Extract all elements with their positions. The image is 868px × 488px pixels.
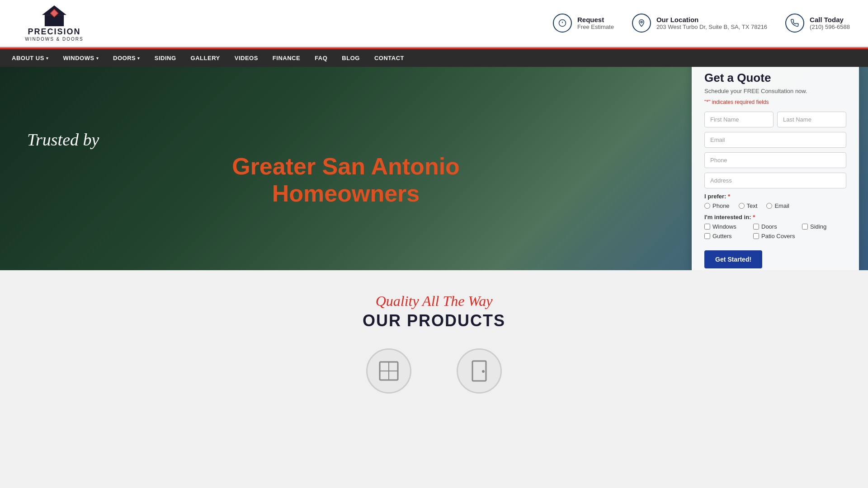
prefer-email-radio[interactable] [766,203,772,209]
chevron-down-icon: ▾ [46,56,49,61]
request-icon [553,14,572,33]
request-value: Free Estimate [577,23,614,30]
prefer-phone-radio[interactable] [704,203,710,209]
nav-windows[interactable]: WINDOWS ▾ [56,49,106,67]
required-asterisk: "*" [704,99,710,105]
lower-section: Quality All The Way OUR PRODUCTS [0,270,868,416]
chevron-down-icon: ▾ [137,56,140,61]
prefer-text-label: Text [747,202,758,209]
doors-product-icon [457,348,502,394]
gutters-label: Gutters [712,233,732,239]
windows-checkbox[interactable] [704,224,710,230]
interested-required: * [753,214,755,221]
prefer-text-radio[interactable] [739,203,745,209]
prefer-phone-label: Phone [712,202,730,209]
nav-doors[interactable]: DOORS ▾ [106,49,147,67]
email-input[interactable] [704,132,846,148]
location-label: Our Location [656,16,767,23]
nav-gallery[interactable]: GALLERY [184,49,227,67]
prefer-label: I prefer: * [704,193,846,200]
windows-label: Windows [712,223,736,230]
phone-value: (210) 596-6588 [810,23,850,30]
products-row [9,348,859,394]
interested-doors[interactable]: Doors [753,223,797,230]
phone-icon [785,14,804,33]
windows-product-icon [366,348,411,394]
form-title: Get a Quote [704,71,846,85]
doors-checkbox[interactable] [753,224,759,230]
patio-covers-checkbox[interactable] [753,233,759,239]
siding-checkbox[interactable] [802,224,808,230]
prefer-email[interactable]: Email [766,202,789,209]
product-card-windows [353,348,425,394]
nav-blog[interactable]: BLOG [335,49,367,67]
hero-section: Trusted by Greater San Antonio Homeowner… [0,67,868,270]
gutters-checkbox[interactable] [704,233,710,239]
nav-videos[interactable]: VIDEOS [227,49,265,67]
interested-gutters[interactable]: Gutters [704,233,749,239]
hero-title: Greater San Antonio Homeowners [27,153,665,207]
form-subtitle: Schedule your FREE Consultation now. [704,88,846,94]
address-group [704,173,846,188]
phone-group [704,152,846,168]
name-row [704,112,846,127]
request-label: Request [577,16,614,23]
nav-faq[interactable]: FAQ [307,49,335,67]
email-group [704,132,846,148]
interested-windows[interactable]: Windows [704,223,749,230]
interested-label: I'm interested in: * [704,214,846,221]
nav-siding[interactable]: SIDING [147,49,184,67]
interested-patio-covers[interactable]: Patio Covers [753,233,797,239]
company-tagline: WINDOWS & DOORS [25,37,83,42]
hero-text: Trusted by Greater San Antonio Homeowner… [0,112,692,225]
quality-tagline: Quality All The Way [9,293,859,310]
required-note: "*" indicates required fields [704,99,846,105]
prefer-text[interactable]: Text [739,202,758,209]
main-nav: ABOUT US ▾ WINDOWS ▾ DOORS ▾ SIDING GALL… [0,49,868,67]
prefer-group: I prefer: * Phone Text Email [704,193,846,209]
company-name: PRECISION [28,27,80,37]
quote-form: Get a Quote Schedule your FREE Consultat… [692,67,859,270]
prefer-email-label: Email [774,202,789,209]
required-text: indicates required fields [712,99,769,105]
product-card-doors [443,348,515,394]
doors-label: Doors [761,223,777,230]
hero-tagline: Trusted by [27,130,665,150]
svg-point-12 [482,370,485,373]
patio-covers-label: Patio Covers [761,233,795,239]
request-text: Request Free Estimate [577,16,614,30]
prefer-radio-group: Phone Text Email [704,202,846,209]
phone-input[interactable] [704,152,846,168]
header-location[interactable]: Our Location 203 West Turbo Dr, Suite B,… [632,14,767,33]
nav-contact[interactable]: CONTACT [367,49,411,67]
logo[interactable]: PRECISION WINDOWS & DOORS [18,5,90,42]
address-input[interactable] [704,173,846,188]
nav-finance[interactable]: FINANCE [265,49,307,67]
header-phone[interactable]: Call Today (210) 596-6588 [785,14,850,33]
nav-about-us[interactable]: ABOUT US ▾ [5,49,56,67]
prefer-required: * [728,193,730,200]
phone-text: Call Today (210) 596-6588 [810,16,850,30]
location-value: 203 West Turbo Dr, Suite B, SA, TX 78216 [656,23,767,30]
interested-siding[interactable]: Siding [802,223,846,230]
siding-label: Siding [810,223,826,230]
header-request[interactable]: Request Free Estimate [553,14,614,33]
interested-group: I'm interested in: * Windows Doors Sidin… [704,214,846,239]
hero-title-line2: Homeowners [272,180,420,206]
get-started-button[interactable]: Get Started! [704,250,762,268]
svg-point-7 [641,21,642,23]
prefer-phone[interactable]: Phone [704,202,730,209]
phone-label: Call Today [810,16,850,23]
first-name-input[interactable] [704,112,774,127]
chevron-down-icon: ▾ [96,56,99,61]
site-header: PRECISION WINDOWS & DOORS Request Free E… [0,0,868,47]
last-name-input[interactable] [777,112,846,127]
location-text: Our Location 203 West Turbo Dr, Suite B,… [656,16,767,30]
hero-title-line1: Greater San Antonio [232,153,460,179]
header-info-bar: Request Free Estimate Our Location 203 W… [553,14,850,33]
location-icon [632,14,651,33]
interested-checkboxes: Windows Doors Siding Gutters Patio Cover… [704,223,846,239]
products-heading: OUR PRODUCTS [9,311,859,330]
